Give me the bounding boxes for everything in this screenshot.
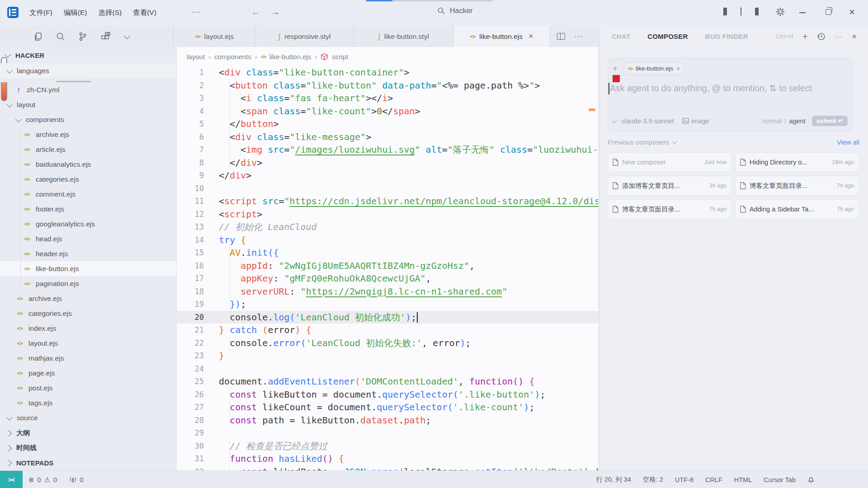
line-number-24[interactable]: 24 — [177, 362, 204, 375]
remote-indicator[interactable]: >< — [0, 471, 23, 488]
panel-more-icon[interactable]: ··· — [835, 33, 843, 40]
code-line-12[interactable]: 12<script> — [177, 208, 598, 221]
toggle-secondary-sidebar-icon[interactable] — [758, 8, 768, 16]
menu-selection[interactable]: 选择(S) — [98, 8, 122, 18]
line-number-21[interactable]: 21 — [177, 324, 204, 337]
breadcrumb-item-symbol[interactable]: script — [332, 53, 348, 61]
code-line-4[interactable]: 4 <span class="like-count">0</span> — [177, 105, 598, 118]
code-line-6[interactable]: 6 <div class="like-message"> — [177, 131, 598, 144]
tree-item-footer.ejs[interactable]: <>footer.ejs — [0, 202, 176, 216]
source-control-icon[interactable] — [79, 32, 87, 41]
code-line-24[interactable]: 24 — [177, 362, 598, 375]
line-number-18[interactable]: 18 — [177, 285, 204, 298]
tree-item-post.ejs[interactable]: <>post.ejs — [0, 380, 176, 395]
previous-composers-label[interactable]: Previous composers — [608, 138, 669, 146]
code-line-31[interactable]: 31 function hasLiked() { — [177, 452, 598, 465]
line-number-11[interactable]: 11 — [177, 195, 204, 208]
context-chip[interactable]: <> like-button.ejs × — [624, 62, 684, 75]
feedback-status[interactable]: 0 — [69, 476, 83, 483]
view-all-link[interactable]: View all — [837, 139, 859, 146]
tree-item-googleanalytics.ejs[interactable]: <>googleanalytics.ejs — [0, 216, 176, 231]
code-line-7[interactable]: 7 <img src="/images/luoziwuhui.svg" alt=… — [177, 143, 598, 156]
model-selector[interactable]: claude-3.5-sonnet — [622, 117, 674, 125]
line-number-6[interactable]: 6 — [177, 131, 204, 144]
composer-card-3[interactable]: 添加博客文章页目...3h ago — [608, 176, 731, 196]
line-number-5[interactable]: 5 — [177, 117, 204, 131]
submit-button[interactable]: submit ↵ — [812, 116, 848, 126]
line-number-1[interactable]: 1 — [177, 66, 204, 79]
breadcrumb-item-file[interactable]: like-button.ejs — [269, 53, 311, 61]
search-input[interactable] — [449, 6, 519, 15]
line-number-10[interactable]: 10 — [177, 182, 204, 195]
toggle-panel-icon[interactable] — [741, 8, 750, 16]
line-number-31[interactable]: 31 — [177, 452, 204, 465]
tree-item-source[interactable]: source — [0, 410, 176, 425]
bell-icon[interactable] — [807, 476, 815, 483]
code-line-20[interactable]: 20 console.log('LeanCloud 初始化成功'); — [177, 311, 598, 324]
code-line-3[interactable]: 3 <i class="fas fa-heart"></i> — [177, 92, 598, 105]
tree-item-index.ejs[interactable]: <>index.ejs — [0, 321, 176, 336]
tree-item-layout[interactable]: layout — [0, 97, 176, 112]
code-line-1[interactable]: 1<div class="like-button-container"> — [177, 66, 598, 79]
code-line-9[interactable]: 9</div> — [177, 169, 598, 182]
menu-file[interactable]: 文件(F) — [29, 8, 52, 18]
line-number-15[interactable]: 15 — [177, 246, 204, 259]
tree-item-pagination.ejs[interactable]: <>pagination.ejs — [0, 276, 176, 291]
breadcrumb-item-layout[interactable]: layout — [187, 53, 205, 61]
line-number-12[interactable]: 12 — [177, 208, 204, 221]
chevron-down-icon[interactable] — [124, 33, 130, 39]
files-icon[interactable] — [33, 32, 42, 41]
tree-item-categories.ejs[interactable]: <>categories.ejs — [0, 306, 176, 321]
line-number-14[interactable]: 14 — [177, 234, 204, 247]
code-line-19[interactable]: 19 }); — [177, 298, 598, 311]
back-icon[interactable]: ← — [251, 7, 260, 17]
tree-item-head.ejs[interactable]: <>head.ejs — [0, 231, 176, 246]
line-number-32[interactable]: 32 — [177, 465, 204, 471]
restore-button[interactable] — [826, 9, 831, 15]
line-number-4[interactable]: 4 — [177, 105, 204, 118]
code-line-28[interactable]: 28 const path = likeButton.dataset.path; — [177, 414, 598, 427]
line-number-8[interactable]: 8 — [177, 156, 204, 169]
tab-bug-finder[interactable]: BUG FINDER — [705, 33, 748, 40]
line-number-7[interactable]: 7 — [177, 143, 204, 156]
code-line-25[interactable]: 25document.addEventListener('DOMContentL… — [177, 375, 598, 388]
code-line-17[interactable]: 17 appKey: "gMFzQ0eRohuOkA8QcewcUjGA", — [177, 272, 598, 285]
tree-item-article.ejs[interactable]: <>article.ejs — [0, 142, 176, 157]
composer-input-card[interactable]: + <> like-button.ejs × Ask agent to do a… — [608, 58, 853, 131]
attachment-thumbnail[interactable] — [613, 75, 620, 82]
tab-like-button.styl[interactable]: ∫like-button.styl — [354, 26, 453, 47]
minimize-button[interactable] — [799, 12, 806, 13]
line-number-23[interactable]: 23 — [177, 349, 204, 362]
code-line-22[interactable]: 22 console.error('LeanCloud 初始化失败:', err… — [177, 337, 598, 350]
line-number-13[interactable]: 13 — [177, 221, 204, 234]
section-notepads[interactable]: NOTEPADS — [0, 455, 176, 470]
editor-more-actions-icon[interactable]: ··· — [574, 33, 583, 41]
line-number-22[interactable]: 22 — [177, 337, 204, 350]
search-icon[interactable] — [56, 32, 65, 41]
tree-item-header.ejs[interactable]: <>header.ejs — [0, 246, 176, 261]
code-line-30[interactable]: 30 // 检查是否已经点赞过 — [177, 440, 598, 453]
status-language[interactable]: HTML — [734, 476, 752, 483]
tab-responsive.styl[interactable]: ∫responsive.styl — [255, 26, 354, 47]
composer-placeholder[interactable]: Ask agent to do anything, @ to mention, … — [610, 83, 812, 94]
tab-chat[interactable]: CHAT — [612, 33, 630, 40]
panel-close-icon[interactable]: × — [852, 32, 857, 42]
tree-item-archive.ejs[interactable]: <>archive.ejs — [0, 291, 176, 306]
menu-view[interactable]: 查看(V) — [133, 8, 156, 18]
tree-item-tags.ejs[interactable]: <>tags.ejs — [0, 395, 176, 410]
code-area[interactable]: 1<div class="like-button-container">2 <b… — [177, 66, 598, 470]
tree-item-categories.ejs[interactable]: <>categories.ejs — [0, 172, 176, 187]
line-number-20[interactable]: 20 — [177, 311, 204, 324]
image-button[interactable]: image — [682, 117, 709, 125]
mode-normal-label[interactable]: normal — [762, 117, 782, 125]
close-window-button[interactable]: × — [849, 6, 855, 18]
code-line-16[interactable]: 16 appId: "2wNgIGj8UmE5AAQRTtIBZ4Mn-gzGz… — [177, 259, 598, 272]
status-tab-mode[interactable]: Cursor Tab — [764, 476, 796, 483]
line-number-29[interactable]: 29 — [177, 427, 204, 440]
code-line-26[interactable]: 26 const likeButton = document.querySele… — [177, 388, 598, 401]
status-cursor-position[interactable]: 行 20, 列 34 — [596, 475, 631, 484]
line-number-25[interactable]: 25 — [177, 375, 204, 388]
extensions-icon[interactable] — [100, 32, 111, 42]
status-indentation[interactable]: 空格: 2 — [643, 475, 663, 484]
composer-card-4[interactable]: 博客文章页面目录...7h ago — [735, 176, 859, 196]
